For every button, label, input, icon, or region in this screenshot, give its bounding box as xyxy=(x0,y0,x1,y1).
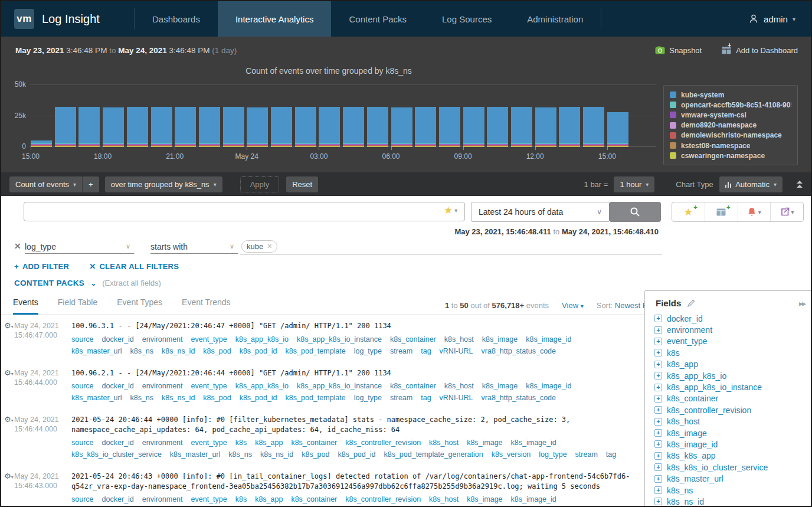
event-field-link[interactable]: log_type xyxy=(354,346,382,357)
chart-bar-segment[interactable] xyxy=(127,145,148,146)
chart-bar-segment[interactable] xyxy=(463,143,484,144)
field-list-item[interactable]: + k8s_container xyxy=(654,393,812,404)
chart-bar-segment[interactable] xyxy=(607,145,628,146)
add-field-icon[interactable]: + xyxy=(654,475,662,483)
remove-filter-icon[interactable]: ✕ xyxy=(14,241,21,251)
field-list-item[interactable]: + k8s_app xyxy=(654,359,812,370)
event-field-link[interactable]: event_type xyxy=(191,381,227,392)
add-to-dashboard-button-2[interactable]: + xyxy=(705,202,738,221)
event-field-link[interactable]: source xyxy=(71,334,94,345)
chart-bar-segment[interactable] xyxy=(271,143,292,144)
field-list-item[interactable]: + k8s_master_url xyxy=(654,473,812,484)
event-field-link[interactable]: k8s_image xyxy=(482,334,518,345)
chart-bar-segment[interactable] xyxy=(199,143,220,144)
snapshot-button[interactable]: Snapshot xyxy=(655,46,702,55)
edit-pencil-icon[interactable] xyxy=(687,299,696,308)
event-field-link[interactable]: k8s_pod xyxy=(203,346,231,357)
chart-bar-segment[interactable] xyxy=(343,144,364,145)
chart-bar-segment[interactable] xyxy=(55,145,76,146)
chart-bar-segment[interactable] xyxy=(247,107,268,144)
chart-bar-segment[interactable] xyxy=(535,145,556,146)
chart-bar-segment[interactable] xyxy=(199,107,220,143)
chart-bar-segment[interactable] xyxy=(247,144,268,145)
tab-event-trends[interactable]: Event Trends xyxy=(182,297,231,315)
save-favorite-button[interactable]: ★ + xyxy=(672,202,705,221)
field-list-item[interactable]: + docker_id xyxy=(654,313,812,324)
chart-bar-segment[interactable] xyxy=(31,145,52,146)
clear-all-filters-button[interactable]: ✕CLEAR ALL FILTERS xyxy=(89,262,179,271)
chart-bar-segment[interactable] xyxy=(415,143,436,144)
field-list-item[interactable]: + k8s_controller_revision xyxy=(654,404,812,416)
chart-bar-segment[interactable] xyxy=(247,143,268,144)
chart-bar-segment[interactable] xyxy=(487,144,508,145)
event-field-link[interactable]: docker_id xyxy=(102,334,134,345)
legend-item[interactable]: kstest08-namespace xyxy=(670,140,791,151)
event-field-link[interactable]: k8s_host xyxy=(429,494,459,505)
chart-bar-segment[interactable] xyxy=(391,143,412,144)
event-field-link[interactable]: source xyxy=(71,437,94,449)
chart-bar-segment[interactable] xyxy=(367,143,388,144)
chart-bar-segment[interactable] xyxy=(487,107,508,143)
event-field-link[interactable]: k8s_image_id xyxy=(511,437,556,449)
event-field-link[interactable]: k8s xyxy=(235,437,247,449)
event-actions-menu[interactable]: ⚙▾ xyxy=(1,472,14,505)
event-field-link[interactable]: k8s_image xyxy=(467,494,502,505)
event-field-link[interactable]: vra8_http_status_code xyxy=(482,346,556,357)
event-field-link[interactable]: tag xyxy=(606,449,616,460)
event-field-link[interactable]: k8s_version xyxy=(492,449,531,460)
chart-bar-segment[interactable] xyxy=(439,145,460,146)
chart-bar-segment[interactable] xyxy=(535,143,556,144)
chart-bar-segment[interactable] xyxy=(535,144,556,145)
collapse-panel-icon[interactable]: ▸▸ xyxy=(799,299,805,308)
event-field-link[interactable]: k8s xyxy=(235,494,247,505)
event-field-link[interactable]: k8s_pod xyxy=(302,449,329,460)
event-field-link[interactable]: k8s_container xyxy=(390,381,436,392)
nav-item-dashboards[interactable]: Dashboards xyxy=(135,1,218,37)
add-field-icon[interactable]: + xyxy=(654,349,662,356)
event-field-link[interactable]: k8s_host xyxy=(444,381,474,392)
chart-bar-segment[interactable] xyxy=(271,107,292,143)
event-field-link[interactable]: k8s_pod_id xyxy=(338,449,375,460)
event-field-link[interactable]: k8s_app_k8s_io_instance xyxy=(297,334,382,345)
chart-bar-segment[interactable] xyxy=(319,143,340,144)
field-list-item[interactable]: + k8s_image xyxy=(654,427,812,439)
event-field-link[interactable]: k8s_ns xyxy=(130,346,153,357)
chart-bar-segment[interactable] xyxy=(151,143,172,144)
event-field-link[interactable]: docker_id xyxy=(102,437,134,449)
chart-bar-segment[interactable] xyxy=(559,107,580,143)
chart-bar-segment[interactable] xyxy=(607,143,628,144)
event-field-link[interactable]: k8s_host xyxy=(429,437,459,449)
nav-item-interactive-analytics[interactable]: Interactive Analytics xyxy=(218,1,332,37)
event-field-link[interactable]: k8s_ns xyxy=(228,449,252,460)
event-field-link[interactable]: k8s_pod_id xyxy=(240,346,277,357)
chart-bar-segment[interactable] xyxy=(199,144,220,145)
event-field-link[interactable]: stream xyxy=(390,346,412,357)
add-field-icon[interactable]: + xyxy=(654,326,662,334)
chart-bar-segment[interactable] xyxy=(295,144,316,145)
chart-bar-segment[interactable] xyxy=(127,143,148,144)
event-field-link[interactable]: environment xyxy=(142,494,183,505)
event-actions-menu[interactable]: ⚙▾ xyxy=(1,415,14,460)
tab-events[interactable]: Events xyxy=(13,297,38,315)
event-field-link[interactable]: vRNI-URL xyxy=(440,392,473,404)
chart-bar-segment[interactable] xyxy=(223,107,244,143)
chart-bar-segment[interactable] xyxy=(583,143,604,144)
filter-field-dropdown[interactable]: log_type∨ xyxy=(25,240,134,254)
event-field-link[interactable]: k8s_pod_id xyxy=(240,392,277,404)
chart-bar-segment[interactable] xyxy=(31,140,52,144)
user-menu[interactable]: admin ▾ xyxy=(748,1,811,37)
chart-bar-segment[interactable] xyxy=(463,145,484,146)
event-field-link[interactable]: k8s_image xyxy=(467,437,502,449)
chart-bar-segment[interactable] xyxy=(103,107,124,144)
field-list-item[interactable]: + k8s_k8s_io_cluster_service xyxy=(654,462,812,473)
event-field-link[interactable]: k8s_image_id xyxy=(511,494,556,505)
chart-bar-segment[interactable] xyxy=(487,145,508,146)
filter-value-input[interactable]: kube ✕ xyxy=(240,240,662,254)
chart-bar-segment[interactable] xyxy=(78,107,100,143)
chart-bar-segment[interactable] xyxy=(463,144,484,145)
content-packs-toggle[interactable]: CONTENT PACKS xyxy=(14,279,84,287)
apply-button[interactable]: Apply xyxy=(240,176,280,192)
chart-bar-segment[interactable] xyxy=(78,144,100,145)
chart-bar-segment[interactable] xyxy=(343,145,364,146)
chart-bar-segment[interactable] xyxy=(55,143,76,144)
